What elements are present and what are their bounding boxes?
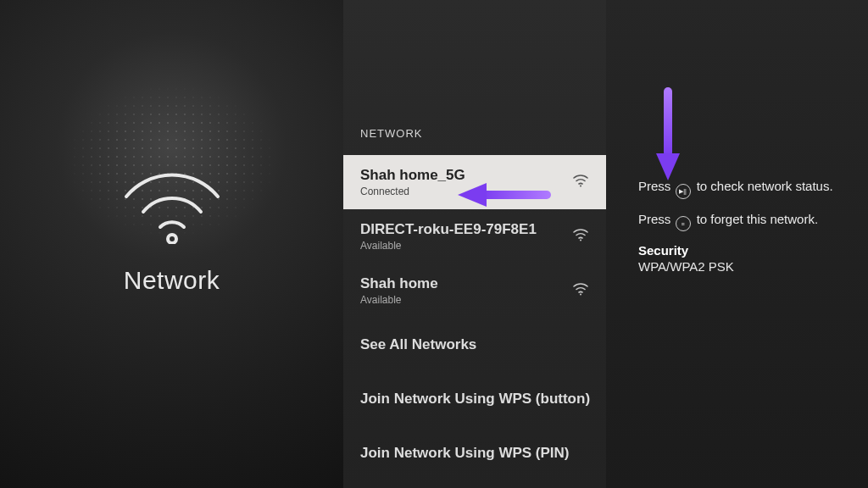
left-panel: Network — [0, 0, 343, 488]
info-panel: Press ▶|| to check network status. Press… — [606, 0, 868, 488]
hint-check-status: Press ▶|| to check network status. — [638, 178, 844, 199]
hint-text: to check network status. — [693, 179, 833, 193]
join-wps-button[interactable]: Join Network Using WPS (button) — [343, 372, 606, 426]
wifi-signal-icon — [572, 228, 589, 245]
hint-text: Press — [638, 179, 675, 193]
network-item-0[interactable]: Shah home_5G Connected — [343, 155, 606, 209]
network-name: DIRECT-roku-EE9-79F8E1 — [360, 221, 537, 238]
hint-text: to forget this network. — [693, 212, 819, 226]
app-root: Network NETWORK Shah home_5G Connected D… — [0, 0, 868, 488]
wifi-signal-icon — [572, 174, 589, 191]
network-status: Connected — [360, 186, 465, 197]
network-name: Shah home — [360, 275, 438, 292]
network-status: Available — [360, 294, 438, 306]
network-item-2[interactable]: Shah home Available — [343, 263, 606, 318]
network-list-panel: NETWORK Shah home_5G Connected DIRECT-ro… — [343, 0, 606, 488]
svg-point-0 — [168, 235, 176, 243]
left-panel-title: Network — [124, 266, 220, 295]
network-status: Available — [360, 240, 537, 252]
play-pause-icon: ▶|| — [676, 184, 691, 199]
svg-point-1 — [580, 186, 581, 187]
security-label: Security — [638, 243, 844, 258]
hint-forget-network: Press ≡ to forget this network. — [638, 211, 844, 232]
network-name: Shah home_5G — [360, 167, 465, 184]
menu-icon: ≡ — [676, 216, 691, 231]
wifi-signal-icon — [572, 282, 589, 299]
svg-point-2 — [580, 240, 581, 241]
section-header-network: NETWORK — [343, 127, 606, 140]
wifi-large-icon — [113, 159, 231, 244]
security-value: WPA/WPA2 PSK — [638, 259, 844, 274]
svg-point-3 — [580, 294, 581, 296]
join-wps-pin[interactable]: Join Network Using WPS (PIN) — [343, 426, 606, 480]
hint-text: Press — [638, 212, 675, 226]
see-all-networks[interactable]: See All Networks — [343, 318, 606, 372]
network-item-1[interactable]: DIRECT-roku-EE9-79F8E1 Available — [343, 209, 606, 263]
